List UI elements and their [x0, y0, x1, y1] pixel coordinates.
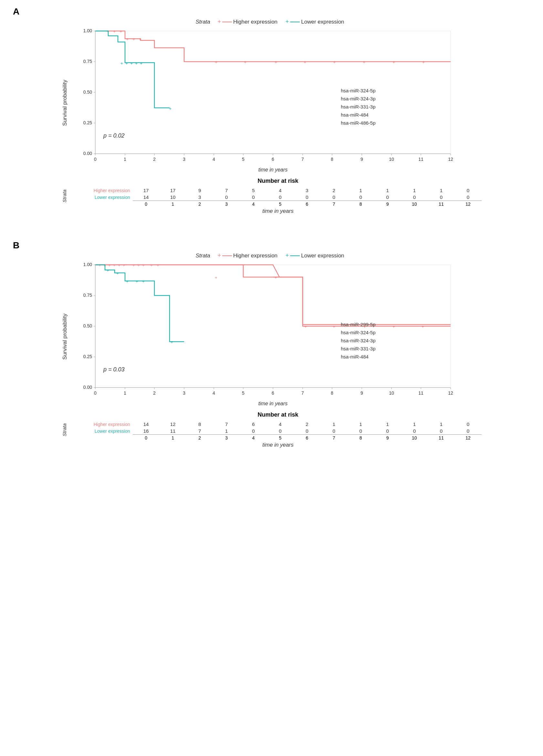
risk-b-l-8: 0: [347, 428, 374, 434]
svg-text:+: +: [150, 263, 153, 268]
svg-text:+: +: [422, 324, 424, 329]
risk-a-xt-7: 7: [320, 202, 347, 207]
svg-text:7: 7: [301, 157, 304, 162]
risk-a-l-11: 0: [428, 194, 454, 201]
svg-text:1.00: 1.00: [83, 28, 92, 33]
panel-a-svg: 0.00 0.25 0.50 0.75 1.00: [69, 28, 470, 176]
svg-text:+: +: [392, 59, 395, 65]
panel-b-km-wrapper: Survival probability 0.00 0.25 0.50: [62, 262, 482, 411]
svg-text:+: +: [392, 324, 395, 329]
svg-text:+: +: [275, 59, 277, 65]
risk-b-h-11: 1: [428, 421, 454, 428]
risk-b-h-12: 0: [454, 421, 481, 428]
risk-a-l-4: 0: [240, 194, 267, 201]
panel-b-strata-side: Strata: [62, 423, 75, 436]
svg-text:+: +: [333, 324, 335, 329]
risk-b-h-2: 8: [186, 421, 213, 428]
panel-b-mirna-3: hsa-miR-324-3p: [341, 338, 376, 343]
risk-b-l-6: 0: [294, 428, 320, 434]
risk-b-xt-2: 2: [186, 435, 213, 440]
panel-a-y-label: Survival probability: [62, 80, 68, 126]
svg-text:+: +: [171, 340, 173, 345]
svg-text:11: 11: [418, 157, 423, 162]
legend-lower-a: + Lower expression: [286, 18, 344, 25]
risk-a-l-3: 0: [213, 194, 240, 201]
risk-a-h-9: 1: [374, 187, 401, 194]
risk-b-xt-3: 3: [213, 435, 240, 440]
risk-a-xt-12: 12: [454, 202, 481, 207]
risk-b-h-3: 7: [213, 421, 240, 428]
legend-lower-b: + Lower expression: [286, 252, 344, 259]
risk-b-l-5: 0: [267, 428, 294, 434]
risk-a-h-7: 2: [320, 187, 347, 194]
legend-higher-b: + Higher expression: [218, 252, 278, 259]
svg-text:0.25: 0.25: [83, 120, 92, 125]
risk-a-l-1: 10: [160, 194, 186, 201]
legend-lower-icon-a: +: [286, 18, 289, 25]
panel-a-mirna-2: hsa-miR-324-3p: [341, 96, 376, 101]
strata-label-b: Strata: [195, 253, 210, 259]
svg-text:+: +: [169, 106, 172, 111]
risk-b-xt-9: 9: [374, 435, 401, 440]
risk-a-xt-0: 0: [133, 202, 160, 207]
risk-b-h-7: 1: [320, 421, 347, 428]
risk-a-l-5: 0: [267, 194, 294, 201]
risk-a-h-4: 5: [240, 187, 267, 194]
svg-text:+: +: [113, 263, 116, 268]
svg-text:+: +: [140, 61, 142, 66]
legend-lower-line-b: [290, 255, 300, 256]
panel-b-risk-xrow: 0 1 2 3 4 5 6 7 8 9 10 11 12: [75, 435, 482, 440]
strata-label-a: Strata: [195, 19, 210, 25]
panel-b-mirna-5: hsa-miR-484: [341, 354, 369, 359]
risk-b-l-2: 7: [186, 428, 213, 434]
panel-b-y-label: Survival probability: [62, 314, 68, 360]
risk-b-xt-1: 1: [160, 435, 186, 440]
panel-a-pvalue: p = 0.02: [103, 132, 125, 139]
risk-a-h-11: 1: [428, 187, 454, 194]
legend-lower-line-a: [290, 22, 300, 22]
risk-a-xt-4: 4: [240, 202, 267, 207]
svg-rect-0: [95, 31, 451, 154]
svg-text:0.50: 0.50: [83, 323, 92, 328]
svg-text:+: +: [118, 263, 120, 268]
svg-text:+: +: [142, 263, 145, 268]
risk-a-l-10: 0: [401, 194, 428, 201]
risk-a-h-5: 4: [267, 187, 294, 194]
panel-a-mirna-5: hsa-miR-486-5p: [341, 120, 376, 126]
svg-text:3: 3: [183, 390, 185, 396]
svg-text:+: +: [215, 59, 217, 65]
panel-b-mirna-2: hsa-miR-324-5p: [341, 330, 376, 335]
svg-text:+: +: [107, 268, 109, 273]
risk-a-xt-8: 8: [347, 202, 374, 207]
svg-text:2: 2: [153, 390, 156, 396]
risk-a-xt-2: 2: [186, 202, 213, 207]
svg-text:12: 12: [448, 157, 453, 162]
svg-text:0: 0: [94, 390, 97, 396]
svg-text:10: 10: [389, 390, 394, 396]
legend-lower-text-b: Lower expression: [301, 253, 344, 259]
legend-higher-icon-a: +: [218, 18, 221, 25]
svg-text:+: +: [99, 263, 101, 268]
svg-text:7: 7: [301, 390, 304, 396]
legend-higher-line-b: [222, 255, 232, 256]
risk-a-h-6: 3: [294, 187, 320, 194]
risk-b-xt-5: 5: [267, 435, 294, 440]
panel-a-strata-side: Strata: [62, 190, 75, 202]
svg-text:+: +: [333, 59, 336, 65]
panel-a-label: A: [13, 6, 530, 17]
svg-text:1: 1: [124, 157, 126, 162]
risk-a-xt-5: 5: [267, 202, 294, 207]
legend-higher-icon-b: +: [218, 252, 221, 259]
svg-text:4: 4: [213, 157, 215, 162]
risk-b-l-1: 11: [160, 428, 186, 434]
risk-a-h-8: 1: [347, 187, 374, 194]
svg-text:+: +: [142, 279, 145, 284]
panel-a-mirna-3: hsa-miR-331-3p: [341, 104, 376, 109]
risk-b-l-12: 0: [454, 428, 481, 434]
svg-text:0.50: 0.50: [83, 89, 92, 95]
svg-text:0.00: 0.00: [83, 151, 92, 156]
svg-text:11: 11: [418, 390, 423, 396]
legend-higher-line-a: [222, 22, 232, 22]
svg-text:+: +: [130, 61, 133, 66]
panel-a-risk-higher-label: Higher expression: [75, 187, 133, 194]
